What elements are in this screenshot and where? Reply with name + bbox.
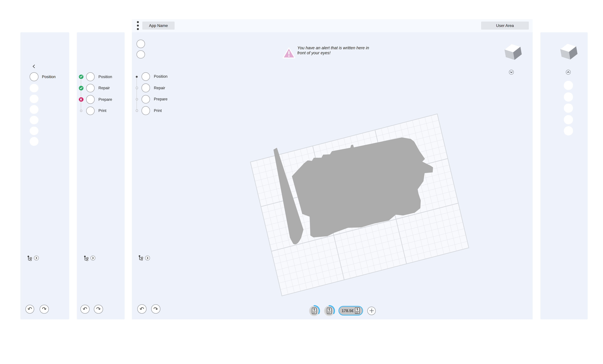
viewport-tool-circle[interactable] <box>137 50 145 59</box>
undo-button[interactable]: ↶ <box>25 305 34 314</box>
alert-message: You have an alert that is written here i… <box>297 46 369 56</box>
chevron-down-circle-icon[interactable] <box>509 70 514 75</box>
app-canvas: Position ↶ ↷ <box>0 0 603 364</box>
undo-icon: ↶ <box>83 306 87 312</box>
chevron-right-circle-icon[interactable] <box>34 256 39 260</box>
main-workspace: App Name User Area You have an alert tha… <box>132 19 533 319</box>
chevron-right-circle-icon[interactable] <box>90 256 95 260</box>
receipt-icon: $ <box>327 308 331 314</box>
step-label: Prepare <box>154 97 167 102</box>
tool-placeholder-circle[interactable] <box>564 81 573 90</box>
undo-button[interactable]: ↶ <box>81 305 90 314</box>
redo-icon: ↷ <box>96 306 101 312</box>
step-label: Position <box>42 74 56 80</box>
step-circle-position[interactable] <box>30 72 38 81</box>
viewport-3d[interactable]: You have an alert that is written here i… <box>132 32 533 319</box>
node-branch-icon[interactable] <box>139 255 143 261</box>
receipt-icon: $ <box>355 308 359 314</box>
tool-placeholder-circle[interactable] <box>30 127 38 135</box>
stepper-pending-dot <box>136 109 138 112</box>
plus-icon <box>369 308 374 313</box>
view-cube-icon[interactable] <box>559 42 578 60</box>
stepper-pending-dot <box>136 98 138 101</box>
tool-placeholder-circle[interactable] <box>564 126 573 135</box>
step-circle-repair[interactable] <box>86 84 95 92</box>
svg-text:$: $ <box>313 308 315 311</box>
left-tool-panel: Position ↶ ↷ <box>20 32 69 319</box>
chevron-left-icon[interactable] <box>33 64 35 68</box>
step-circle-position[interactable] <box>141 72 150 81</box>
price-pill-button[interactable]: 178.5€ $ <box>338 306 363 316</box>
status-success-icon <box>79 86 83 90</box>
view-cube-icon[interactable] <box>503 43 522 61</box>
step-label: Prepare <box>98 97 112 102</box>
step-label: Position <box>98 74 112 80</box>
svg-text:$: $ <box>328 308 330 311</box>
checklist-panel: Position Repair Prepare Print ↶ ↷ <box>77 32 124 319</box>
step-label: Repair <box>154 85 165 91</box>
stepper-rail <box>81 77 81 111</box>
step-circle-repair[interactable] <box>141 84 150 92</box>
alert-line-1: You have an alert that is written here i… <box>297 46 369 51</box>
svg-text:$: $ <box>356 308 358 311</box>
node-branch-icon[interactable] <box>84 255 89 261</box>
tool-placeholder-circle[interactable] <box>30 105 38 114</box>
redo-button[interactable]: ↷ <box>94 305 103 314</box>
undo-icon: ↶ <box>28 306 32 312</box>
redo-icon: ↷ <box>42 306 46 312</box>
viewport-tool-circle[interactable] <box>137 40 145 48</box>
status-error-icon <box>79 97 83 102</box>
step-circle-print[interactable] <box>141 106 150 115</box>
tool-placeholder-circle[interactable] <box>564 104 573 113</box>
app-topbar: App Name User Area <box>132 19 533 32</box>
chevron-right-circle-icon[interactable] <box>145 255 150 260</box>
redo-button[interactable]: ↷ <box>151 305 160 314</box>
chevron-up-circle-icon[interactable] <box>566 70 571 75</box>
price-receipt-button[interactable]: $ <box>309 305 320 317</box>
status-pending-dot <box>80 110 82 112</box>
price-receipt-button[interactable]: $ <box>323 305 335 317</box>
step-circle-prepare[interactable] <box>86 95 95 104</box>
undo-icon: ↶ <box>139 306 144 312</box>
step-label: Repair <box>98 85 110 91</box>
right-tool-panel <box>540 32 588 319</box>
redo-button[interactable]: ↷ <box>40 305 49 314</box>
stepper-pending-dot <box>136 87 138 89</box>
tool-placeholder-circle[interactable] <box>30 116 38 124</box>
app-name-button[interactable]: App Name <box>142 22 175 30</box>
tool-placeholder-circle[interactable] <box>564 115 573 124</box>
price-value: 178.5€ <box>342 309 354 313</box>
step-label: Position <box>154 74 167 79</box>
receipt-icon: $ <box>312 308 316 314</box>
tool-placeholder-circle[interactable] <box>30 84 38 93</box>
step-label: Print <box>154 108 162 113</box>
stepper-active-dot <box>136 76 138 78</box>
tool-placeholder-circle[interactable] <box>30 94 38 103</box>
step-label: Print <box>98 108 106 114</box>
tool-placeholder-circle[interactable] <box>30 137 38 146</box>
kebab-menu-icon[interactable] <box>137 19 141 32</box>
step-circle-prepare[interactable] <box>141 95 150 104</box>
status-success-icon <box>79 74 83 79</box>
redo-icon: ↷ <box>153 306 158 312</box>
tool-placeholder-circle[interactable] <box>564 93 573 102</box>
step-circle-print[interactable] <box>86 106 95 115</box>
step-circle-position[interactable] <box>86 72 95 81</box>
add-button[interactable] <box>367 306 376 315</box>
node-branch-icon[interactable] <box>27 255 32 261</box>
undo-button[interactable]: ↶ <box>137 305 146 314</box>
user-area-button[interactable]: User Area <box>481 22 529 30</box>
stepper-rail <box>137 77 137 111</box>
alert-line-2: front of your eyes! <box>297 51 369 56</box>
warning-triangle-icon <box>282 47 296 59</box>
